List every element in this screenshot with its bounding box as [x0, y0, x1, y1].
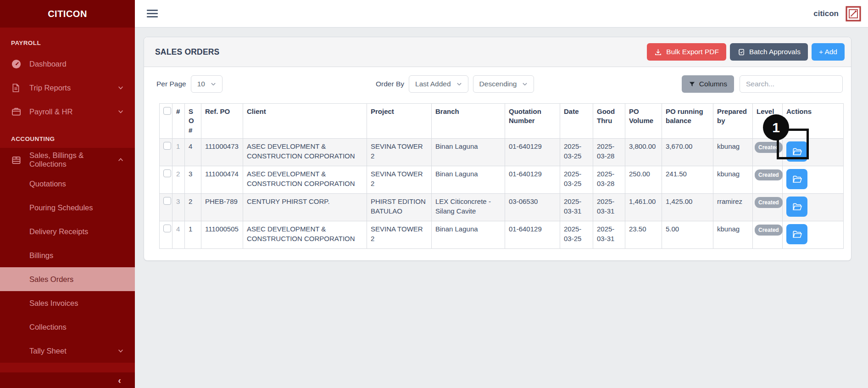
cell-prepared_by: kbunag	[713, 139, 753, 166]
cell-prepared_by: rramirez	[713, 194, 753, 221]
card-header: SALES ORDERS Bulk Export PDF	[144, 37, 851, 67]
sidebar-item-label: Payroll & HR	[29, 107, 72, 116]
sidebar-item-label: Sales Invoices	[29, 299, 78, 308]
column-header-level: Level	[753, 104, 783, 139]
sidebar-item-sales-billings-collections[interactable]: Sales, Billings & Collections	[0, 148, 135, 172]
document-icon	[11, 82, 22, 93]
search-input[interactable]	[740, 75, 843, 93]
select-all-checkbox[interactable]	[163, 107, 171, 115]
column-header-client: Client	[243, 104, 367, 139]
bulk-export-pdf-label: Bulk Export PDF	[666, 48, 719, 56]
open-sales-order-button[interactable]	[786, 197, 807, 217]
cell-select	[160, 139, 172, 166]
sidebar-item-collections[interactable]: Collections	[0, 315, 135, 339]
status-badge: Created	[755, 225, 783, 236]
table-row: 14111000473ASEC DEVELOPMENT & CONSTRUCTI…	[160, 139, 844, 166]
cell-good_thru: 2025-03-28	[593, 166, 625, 194]
sidebar-item-delivery-receipts[interactable]: Delivery Receipts	[0, 219, 135, 243]
row-checkbox[interactable]	[163, 225, 171, 232]
column-header-po_balance: PO running balance	[662, 104, 713, 139]
cell-level: Created	[753, 194, 783, 221]
sidebar-item-label: Sales, Billings & Collections	[29, 151, 117, 169]
cell-branch: LEX Citiconcrete - Silang Cavite	[432, 194, 505, 221]
per-page-select[interactable]: 10	[191, 75, 223, 93]
cell-date: 2025-03-25	[560, 166, 593, 194]
cell-num: 4	[172, 221, 185, 249]
cell-ref_po: 111000474	[201, 166, 243, 194]
bulk-export-pdf-button[interactable]: Bulk Export PDF	[647, 43, 726, 61]
sidebar-item-label: Delivery Receipts	[29, 227, 88, 236]
status-badge: Created	[755, 142, 783, 153]
cell-client: ASEC DEVELOPMENT & CONSTRUCTION CORPORAT…	[243, 221, 367, 249]
cell-level: Created	[753, 166, 783, 194]
hamburger-menu-icon[interactable]	[147, 8, 158, 20]
status-badge: Created	[755, 169, 783, 180]
sidebar-item-tally-sheet[interactable]: Tally Sheet	[0, 339, 135, 363]
column-header-project: Project	[367, 104, 432, 139]
open-sales-order-button[interactable]	[786, 224, 807, 244]
per-page-value: 10	[197, 80, 205, 88]
drawer-icon	[11, 154, 22, 165]
sidebar-item-payroll-hr[interactable]: Payroll & HR	[0, 100, 135, 124]
folder-open-icon	[792, 230, 802, 239]
sidebar-item-sales-invoices[interactable]: Sales Invoices	[0, 291, 135, 315]
sidebar-item-trip-reports[interactable]: Trip Reports	[0, 76, 135, 100]
cell-select	[160, 194, 172, 221]
columns-button[interactable]: Columns	[682, 75, 734, 93]
row-checkbox[interactable]	[163, 169, 171, 177]
cell-date: 2025-03-31	[560, 194, 593, 221]
cell-good_thru: 2025-03-28	[593, 139, 625, 166]
order-direction-select[interactable]: Descending	[473, 75, 534, 93]
sidebar-item-pouring-schedules[interactable]: Pouring Schedules	[0, 196, 135, 219]
checklist-icon	[737, 48, 745, 56]
cell-prepared_by: kbunag	[713, 166, 753, 194]
cell-level: Created	[753, 221, 783, 249]
folder-open-icon	[792, 202, 802, 211]
batch-approvals-button[interactable]: Batch Approvals	[730, 43, 808, 61]
table-row: 32PHEB-789CENTURY PHIRST CORP.PHIRST EDI…	[160, 194, 844, 221]
speedometer-icon	[11, 58, 22, 69]
sidebar-item-sales-orders[interactable]: Sales Orders	[0, 267, 135, 291]
row-checkbox[interactable]	[163, 142, 171, 150]
column-header-date: Date	[560, 104, 593, 139]
cell-num: 1	[172, 139, 185, 166]
sidebar-item-dashboard[interactable]: Dashboard	[0, 52, 135, 76]
row-checkbox[interactable]	[163, 197, 171, 205]
cell-actions	[783, 221, 844, 249]
cell-level: Created	[753, 139, 783, 166]
topbar: citicon	[135, 0, 868, 28]
cell-date: 2025-03-25	[560, 221, 593, 249]
add-label: + Add	[819, 48, 837, 56]
order-by-select[interactable]: Last Added	[409, 75, 468, 93]
sidebar: CITICON PAYROLL Dashboard Trip Reports P…	[0, 0, 135, 388]
sidebar-collapse-button[interactable]: ‹	[0, 372, 135, 388]
chevron-up-icon	[117, 157, 124, 163]
sidebar-item-label: Pouring Schedules	[29, 203, 93, 212]
sidebar-section-label: ACCOUNTING	[0, 124, 135, 148]
chevron-down-icon	[117, 348, 124, 354]
sidebar-item-billings[interactable]: Billings	[0, 243, 135, 267]
app-logo-icon[interactable]	[845, 6, 862, 22]
sidebar-item-label: Sales Orders	[29, 275, 73, 284]
sidebar-nav: PAYROLL Dashboard Trip Reports Payroll &…	[0, 28, 135, 363]
add-button[interactable]: + Add	[812, 43, 845, 61]
cell-num: 2	[172, 166, 185, 194]
brand-logo: CITICON	[0, 0, 135, 28]
cell-quotation: 03-06530	[505, 194, 560, 221]
open-sales-order-button[interactable]	[786, 141, 807, 162]
cell-actions	[783, 166, 844, 194]
column-header-good_thru: Good Thru	[593, 104, 625, 139]
cell-quotation: 01-640129	[505, 139, 560, 166]
folder-open-icon	[792, 147, 802, 156]
sidebar-item-label: Trip Reports	[29, 84, 71, 92]
open-sales-order-button[interactable]	[786, 169, 807, 189]
cell-ref_po: 111000473	[201, 139, 243, 166]
cell-branch: Binan Laguna	[432, 139, 505, 166]
chevron-down-icon	[456, 81, 462, 87]
sidebar-item-quotations[interactable]: Quotations	[0, 172, 135, 196]
cell-so: 2	[185, 194, 201, 221]
download-icon	[654, 48, 662, 56]
cell-project: PHIRST EDITION BATULAO	[367, 194, 432, 221]
cell-po_balance: 241.50	[662, 166, 713, 194]
sidebar-item-label: Dashboard	[29, 60, 67, 68]
